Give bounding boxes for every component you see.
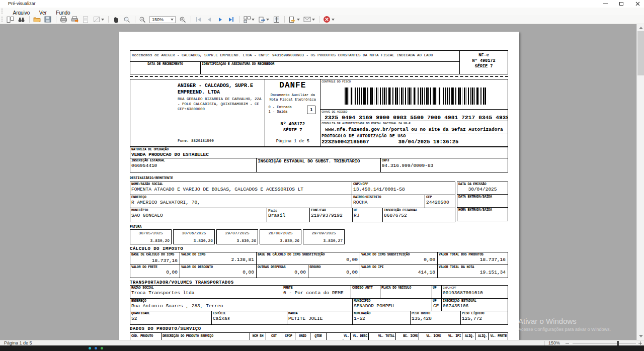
export-dropdown-icon[interactable] (266, 19, 269, 21)
nfe-numero: Nº 498172 (472, 58, 496, 64)
zoom-in-button[interactable] (179, 16, 187, 24)
mail-button[interactable] (303, 16, 311, 24)
zoom-out-button[interactable] (138, 16, 146, 24)
bc-icms-st-label: BASE DE CÁLCULO DO ICMS SUBSTITUIÇÃO (257, 252, 360, 257)
protocolo-data: 30/04/2025 19:36:25 (398, 139, 459, 145)
vl-total-nota-label: VALOR TOTAL DA NOTA (438, 265, 508, 270)
col-vl-desc: VL. DESC (351, 333, 368, 339)
chave-acesso-value: 2325 0494 3169 9900 0983 5500 7000 4981 … (320, 114, 508, 121)
transp-endereco-label: ENDEREÇO (130, 299, 352, 303)
parcela-3-valor: 3.830,26 (217, 238, 258, 244)
transp-endereco: Rua Antonio Soares , 283, Terreo (130, 303, 352, 309)
col-unid: UNID (295, 333, 310, 339)
zoom-slider-thumb[interactable] (617, 341, 619, 345)
danfe-pagina: Página 1 de 5 (265, 139, 320, 144)
vl-frete-label: VALOR DO FRETE (130, 265, 180, 270)
transp-numeracao: 1-52 (353, 316, 410, 322)
natureza-section: NATUREZA DE OPERAÇÃO VENDA PRODUCAO DO E… (130, 147, 508, 172)
danfe-numero: Nº 498172 (265, 121, 320, 127)
zoom-combobox[interactable]: 150% (149, 16, 176, 23)
export-button[interactable] (258, 16, 266, 24)
print-button[interactable] (59, 16, 67, 24)
fatura-parcela-3: 29/07/2025 3.830,26 (216, 229, 258, 244)
first-page-button[interactable] (194, 16, 202, 24)
transp-cnpj: 00193687001010 (442, 290, 508, 296)
zoom-out-icon (139, 16, 146, 23)
transp-antt (351, 290, 380, 291)
document-preview-icon (83, 16, 89, 23)
zoom-combo-dropdown[interactable] (169, 17, 175, 23)
last-page-button[interactable] (227, 16, 235, 24)
bc-icms-st-value: 0,00 (257, 257, 360, 263)
close-preview-dropdown-icon[interactable] (332, 19, 335, 21)
danfe-title: DANFE (265, 81, 320, 90)
menubar-grip[interactable] (2, 9, 3, 14)
transp-razao: Troca Transportes ltda (130, 290, 282, 296)
dest-fone: 21979379192 (310, 213, 352, 219)
page-layout-button[interactable] (6, 16, 14, 24)
close-button[interactable] (630, 0, 644, 8)
last-page-icon (229, 18, 232, 22)
taskbar-app-icon-1[interactable] (89, 347, 91, 349)
save-button[interactable] (44, 16, 52, 24)
bc-icms-label: BASE DE CÁLCULO DO ICMS (130, 252, 180, 257)
menu-bar: Arquivo Ver Fundo (0, 8, 644, 15)
preview-button[interactable] (82, 16, 90, 24)
transp-razao-label: RAZÃO SOCIAL (130, 286, 282, 290)
next-page-button[interactable] (216, 16, 224, 24)
maximize-button[interactable] (614, 0, 629, 8)
zoom-tool-button[interactable] (123, 16, 131, 24)
vl-frete-value: 0,00 (130, 270, 180, 276)
multi-page-view-button[interactable] (243, 16, 251, 24)
dest-municipio-label: MUNICÍPIO (130, 208, 267, 213)
send-document-dropdown-icon[interactable] (297, 19, 300, 21)
dest-endereco-label: ENDEREÇO (130, 195, 352, 200)
send-document-button[interactable] (288, 16, 296, 24)
nfe-title: NF-e (478, 53, 489, 58)
zoom-slider-track[interactable] (573, 343, 636, 343)
mail-dropdown-icon[interactable] (312, 19, 315, 21)
parcela-4-data: 28/08/2025 (260, 230, 301, 235)
fatura-section-title: FATURA (130, 225, 508, 229)
toolbar-grip[interactable] (2, 17, 3, 22)
emitente-endereco: RUA GERALDO BIZARRIA DE CARVALHO, 22A - … (178, 97, 265, 107)
parcela-3-data: 29/07/2025 (217, 230, 258, 235)
consulta-label: CONSULTA DE AUTENTICIDADE NO PORTAL NACI… (320, 121, 508, 126)
status-page-label: Página 1 de 5 (4, 340, 32, 345)
col-vl-unitario: VL. UNITÁRIO (327, 333, 350, 340)
next-page-icon (219, 18, 222, 22)
multi-page-dropdown-icon[interactable] (252, 19, 255, 21)
minimize-button[interactable] (598, 0, 613, 8)
windows-taskbar[interactable] (0, 345, 644, 351)
transp-especie: Caixas (212, 316, 287, 322)
scroll-down-icon[interactable] (639, 335, 643, 337)
produtos-header: CÓD. PRODUTO DESCRIÇÃO DO PRODUTO SERVIÇ… (130, 332, 508, 340)
scroll-up-icon[interactable] (639, 27, 643, 29)
zoom-in-icon (179, 16, 186, 23)
open-button[interactable] (33, 16, 41, 24)
protocolo-label: PROTOCOLO DE AUTORIZAÇÃO DE USO (320, 133, 508, 139)
scrollbar-thumb[interactable] (637, 31, 644, 75)
emitente-block: ANIGER - CALCADOS, SUPR.E EMPREEND. LTDA… (130, 79, 265, 146)
image-mode-dropdown-icon[interactable] (101, 19, 104, 21)
taskbar-app-icon-3[interactable] (101, 347, 103, 349)
ie-label: INSCRIÇÃO ESTADUAL (130, 158, 256, 163)
print-direct-button[interactable] (70, 16, 78, 24)
vertical-scrollbar[interactable] (636, 24, 644, 340)
col-descricao: DESCRIÇÃO DO PRODUTO SERVIÇO (162, 333, 250, 339)
data-emissao: 30/04/2025 (457, 187, 508, 193)
zoom-minus-icon[interactable] (566, 343, 569, 343)
close-preview-button[interactable] (323, 16, 331, 24)
destinatario-section-title: DESTINATÁRIO/REMETENTE (130, 177, 508, 180)
transp-peso-bruto: 135,428 (411, 316, 460, 322)
seguro-label: SEGURO (308, 265, 360, 270)
image-mode-button[interactable] (93, 16, 101, 24)
book-view-button[interactable] (272, 16, 280, 24)
seguro-value: 0,00 (308, 270, 360, 276)
dest-pais: Brasil (267, 213, 309, 219)
find-button[interactable] (17, 16, 25, 24)
pan-button[interactable] (112, 16, 120, 24)
transp-marca: PETITE JOLIE (287, 316, 352, 322)
taskbar-app-icon-2[interactable] (95, 347, 97, 349)
previous-page-button[interactable] (205, 16, 213, 24)
